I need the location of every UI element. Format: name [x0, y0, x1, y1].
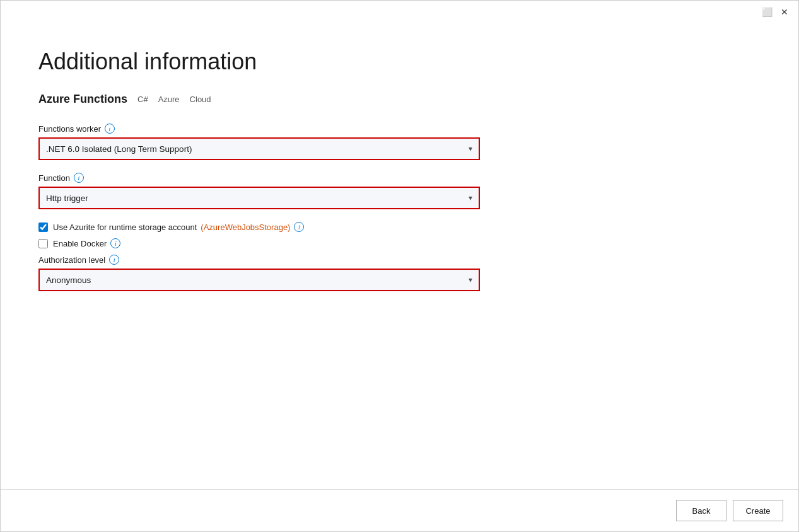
- form-section: Functions worker i .NET 6.0 Isolated (Lo…: [38, 124, 518, 291]
- authorization-level-info-icon[interactable]: i: [109, 255, 119, 265]
- authorization-level-arrow-icon: ▾: [469, 275, 472, 284]
- badge-azure: Azure: [158, 95, 180, 104]
- functions-worker-arrow-icon: ▾: [469, 144, 472, 153]
- use-azurite-label: Use Azurite for runtime storage account …: [53, 222, 304, 232]
- page-title: Additional information: [38, 49, 761, 75]
- enable-docker-checkbox[interactable]: [38, 239, 48, 248]
- enable-docker-label: Enable Docker i: [53, 238, 120, 248]
- functions-worker-info-icon[interactable]: i: [105, 124, 115, 134]
- enable-docker-row: Enable Docker i: [38, 238, 518, 248]
- function-dropdown[interactable]: Http trigger ▾: [38, 187, 480, 209]
- main-content: Additional information Azure Functions C…: [1, 23, 798, 489]
- functions-worker-label: Functions worker i: [38, 124, 518, 134]
- close-button[interactable]: ✕: [778, 6, 791, 18]
- use-azurite-row: Use Azurite for runtime storage account …: [38, 222, 518, 232]
- back-button[interactable]: Back: [676, 500, 726, 521]
- title-bar: ⬜ ✕: [1, 1, 798, 23]
- functions-worker-value: .NET 6.0 Isolated (Long Term Support): [46, 144, 469, 154]
- function-value: Http trigger: [46, 194, 469, 203]
- main-window: ⬜ ✕ Additional information Azure Functio…: [0, 0, 799, 532]
- use-azurite-checkbox[interactable]: [38, 223, 48, 232]
- subtitle-main: Azure Functions: [38, 93, 127, 106]
- authorization-level-dropdown[interactable]: Anonymous ▾: [38, 269, 480, 291]
- subtitle-row: Azure Functions C# Azure Cloud: [38, 93, 761, 106]
- authorization-level-group: Authorization level i Anonymous ▾: [38, 255, 518, 291]
- footer: Back Create: [1, 489, 798, 531]
- function-arrow-icon: ▾: [469, 194, 472, 202]
- badge-csharp: C#: [137, 95, 148, 104]
- functions-worker-group: Functions worker i .NET 6.0 Isolated (Lo…: [38, 124, 518, 160]
- authorization-level-label: Authorization level i: [38, 255, 518, 265]
- create-button[interactable]: Create: [733, 500, 783, 521]
- functions-worker-dropdown[interactable]: .NET 6.0 Isolated (Long Term Support) ▾: [38, 137, 480, 160]
- function-info-icon[interactable]: i: [74, 173, 84, 183]
- function-label: Function i: [38, 173, 518, 183]
- function-group: Function i Http trigger ▾: [38, 173, 518, 209]
- badge-cloud: Cloud: [190, 95, 211, 104]
- use-azurite-info-icon[interactable]: i: [294, 222, 304, 232]
- authorization-level-value: Anonymous: [46, 275, 469, 285]
- maximize-button[interactable]: ⬜: [761, 6, 773, 18]
- enable-docker-info-icon[interactable]: i: [110, 238, 120, 248]
- azurite-highlight: (AzureWebJobsStorage): [201, 223, 290, 232]
